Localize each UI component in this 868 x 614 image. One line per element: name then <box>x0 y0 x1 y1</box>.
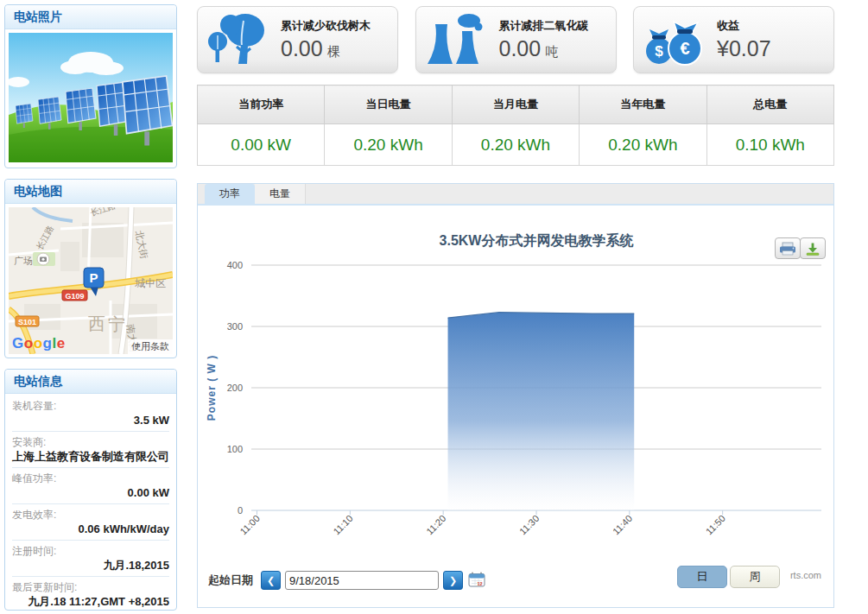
stats-header: 当日电量 <box>325 85 452 124</box>
card-label: 累计减排二氧化碳 <box>499 18 616 34</box>
card-label: 收益 <box>717 18 833 34</box>
map-panel: 电站地图 <box>4 179 177 358</box>
svg-text:100: 100 <box>227 444 243 454</box>
print-chart-button[interactable] <box>775 237 801 259</box>
chart-tabs: 功率 电量 <box>198 184 833 206</box>
stats-value: 0.20 kWh <box>325 124 452 166</box>
info-field-label: 最后更新时间: <box>12 580 169 594</box>
info-field-value: 上海上益教育设备制造有限公司 <box>12 449 169 465</box>
svg-text:11:10: 11:10 <box>331 513 354 536</box>
info-field-label: 装机容量: <box>12 399 169 413</box>
euro-glyph: € <box>680 39 689 58</box>
week-range-button[interactable]: 周 <box>730 566 780 588</box>
svg-text:11:20: 11:20 <box>424 513 447 536</box>
card-unit: 吨 <box>545 44 558 59</box>
money-bags-icon: $ € <box>642 12 709 67</box>
card-label: 累计减少砍伐树木 <box>281 18 397 34</box>
main-content: 累计减少砍伐树木 0.00棵 累计减排二氧化碳 0.00吨 <box>197 6 834 608</box>
map-city-label: 西宁 <box>88 314 128 333</box>
info-field-last-update: 最后更新时间: 九月.18 11:27,GMT +8,2015 <box>12 577 169 612</box>
svg-text:Power ( W ): Power ( W ) <box>206 355 218 421</box>
dollar-glyph: $ <box>655 43 663 60</box>
stats-header: 当年电量 <box>580 85 706 124</box>
chart-panel: 功率 电量 010020030040011:0011:1011:2011:301… <box>197 183 834 608</box>
info-field-capacity: 装机容量: 3.5 kW <box>12 396 169 432</box>
info-panel: 电站信息 装机容量: 3.5 kW 安装商: 上海上益教育设备制造有限公司 峰值… <box>4 369 177 611</box>
map-canvas[interactable]: 长江路 长江路 北大街 南大街 广场 城中区 西宁 G109 S101 <box>9 207 173 354</box>
info-field-value: 3.5 kW <box>12 413 169 428</box>
power-area-chart: 010020030040011:0011:1011:2011:3011:4011… <box>198 206 833 564</box>
card-unit: 棵 <box>327 44 340 59</box>
svg-text:12: 12 <box>477 580 482 586</box>
info-field-efficiency: 发电效率: 0.06 kWh/kW/day <box>12 504 169 541</box>
start-date-input[interactable] <box>285 571 439 590</box>
info-field-label: 安装商: <box>12 435 169 449</box>
cooling-towers-icon <box>424 12 491 67</box>
photo-panel: 电站照片 <box>4 4 177 168</box>
google-logo[interactable]: Google <box>12 335 66 352</box>
info-field-peak-power: 峰值功率: 0.00 kW <box>12 468 169 504</box>
solar-photo <box>9 33 173 162</box>
map-district-label: 城中区 <box>135 277 166 289</box>
info-field-installer: 安装商: 上海上益教育设备制造有限公司 <box>12 432 169 468</box>
map-panel-title: 电站地图 <box>5 180 176 204</box>
info-field-label: 发电效率: <box>12 508 169 522</box>
stats-value: 0.10 kWh <box>706 124 833 166</box>
card-value: 0.00棵 <box>281 36 397 61</box>
svg-text:11:30: 11:30 <box>517 513 541 536</box>
svg-text:P: P <box>89 270 98 285</box>
next-day-button[interactable]: ❯ <box>443 571 463 590</box>
calendar-picker-button[interactable]: 12 <box>468 572 485 590</box>
printer-icon <box>779 242 796 256</box>
svg-text:11:00: 11:00 <box>238 513 262 536</box>
stats-header: 当前功率 <box>198 85 325 124</box>
svg-text:300: 300 <box>227 321 243 332</box>
svg-text:3.5KW分布式并网发电教学系统: 3.5KW分布式并网发电教学系统 <box>440 232 634 248</box>
info-field-value: 九月.18,2015 <box>12 558 169 573</box>
tab-power[interactable]: 功率 <box>205 184 255 204</box>
date-controls: 起始日期 ❮ ❯ 12 <box>208 571 485 590</box>
stats-value: 0.20 kWh <box>452 124 579 166</box>
card-trees-saved: 累计减少砍伐树木 0.00棵 <box>197 6 398 73</box>
svg-text:G109: G109 <box>65 292 84 301</box>
svg-text:0: 0 <box>238 505 243 516</box>
start-date-label: 起始日期 <box>208 573 253 588</box>
left-sidebar: 电站照片 <box>4 4 177 611</box>
tab-energy[interactable]: 电量 <box>255 184 306 204</box>
trees-icon <box>206 12 273 67</box>
range-toggle: 日 周 <box>677 566 780 588</box>
map-terms-link[interactable]: 使用条款 <box>128 339 173 354</box>
photo-panel-title: 电站照片 <box>5 5 176 29</box>
svg-text:11:50: 11:50 <box>704 513 727 536</box>
stats-value: 0.00 kW <box>198 124 325 166</box>
stats-header: 当月电量 <box>452 85 579 124</box>
info-panel-title: 电站信息 <box>5 370 176 394</box>
svg-text:11:40: 11:40 <box>611 513 634 536</box>
info-field-registered: 注册时间: 九月.18,2015 <box>12 541 169 577</box>
day-range-button[interactable]: 日 <box>677 566 727 588</box>
card-revenue: $ € 收益 ¥0.07 <box>633 6 834 73</box>
info-field-label: 注册时间: <box>12 544 169 558</box>
energy-stats-table: 当前功率 当日电量 当月电量 当年电量 总电量 0.00 kW 0.20 kWh… <box>197 85 834 166</box>
card-value: 0.00吨 <box>499 36 616 61</box>
download-chart-button[interactable] <box>800 237 826 259</box>
svg-text:S101: S101 <box>18 318 36 326</box>
chart-credits-link[interactable]: rts.com <box>790 570 821 580</box>
svg-text:400: 400 <box>227 260 243 270</box>
summary-cards: 累计减少砍伐树木 0.00棵 累计减排二氧化碳 0.00吨 <box>197 6 834 73</box>
stats-value: 0.20 kWh <box>580 124 706 166</box>
map-plaza-label: 广场 <box>14 256 33 266</box>
stats-header: 总电量 <box>706 85 833 124</box>
svg-text:200: 200 <box>227 383 243 393</box>
download-icon <box>804 242 821 256</box>
calendar-icon: 12 <box>468 572 485 587</box>
card-value: ¥0.07 <box>717 36 833 61</box>
info-field-value: 0.00 kW <box>12 485 169 501</box>
info-field-value: 0.06 kWh/kW/day <box>12 522 169 537</box>
card-co2-reduced: 累计减排二氧化碳 0.00吨 <box>415 6 617 73</box>
road-shield-g109: G109 <box>62 290 87 301</box>
prev-day-button[interactable]: ❮ <box>261 571 281 590</box>
road-shield-s101: S101 <box>16 316 39 326</box>
info-field-value: 九月.18 11:27,GMT +8,2015 <box>12 594 169 610</box>
info-field-label: 峰值功率: <box>12 472 169 485</box>
